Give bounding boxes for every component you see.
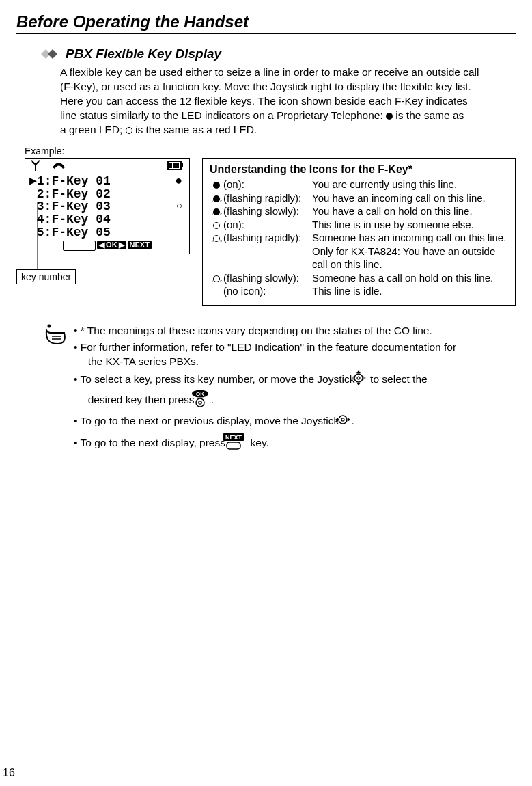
list-item: • To go to the next display, press NEXT … [74,433,510,455]
state-desc: Someone has an incoming call on this lin… [312,231,508,245]
figure-row: ▶1:F-Key 01● 2:F-Key 02 3:F-Key 03○ 4:F-… [16,158,516,306]
lcd-line: 2:F-Key 02 [29,188,185,201]
state-desc: You are currently using this line. [312,178,508,191]
lcd-softkey-row: . ◀ OK ▶ NEXT [29,239,185,251]
svg-text:OK: OK [196,391,204,397]
svg-marker-14 [356,383,361,385]
text: is the same as a red LED. [132,124,257,135]
svg-point-19 [196,398,204,407]
notes-block: • * The meanings of these icons vary dep… [44,323,510,456]
state-desc: call on this line. [312,258,508,271]
handset-icon [51,161,66,174]
state-desc: Only for KX-TA824: You have an outside [312,245,508,258]
svg-marker-24 [348,418,350,422]
example-label: Example: [25,146,516,157]
open-dot-flashing-icon: ꜀꜀ [210,231,223,245]
lcd-line: 4:F-Key 04 [29,213,185,226]
text: (F-Key), or used as a function key. Move… [60,81,471,92]
text: A flexible key can be used either to sei… [60,66,479,78]
filled-dot-icon [386,113,393,120]
filled-dot-icon [210,178,223,191]
note-list: • * The meanings of these icons vary dep… [74,323,510,456]
list-item: • To select a key, press its key number,… [74,370,510,411]
state-desc: You have a call on hold on this line. [312,204,508,218]
section-title: PBX Flexible Key Display [66,46,221,62]
lcd-line: ▶1:F-Key 01● [29,175,185,188]
list-item: • To go to the next or previous display,… [74,412,510,431]
state-label: (flashing rapidly): [223,191,312,205]
svg-rect-6 [176,163,179,168]
open-dot-icon: ○ [176,202,182,213]
ok-button-icon: OK [199,390,210,411]
svg-point-8 [48,324,51,327]
icon-legend-row: (no icon): This line is idle. [210,284,508,298]
list-item: • * The meanings of these icons vary dep… [74,323,510,338]
svg-point-12 [357,377,360,379]
text: line status similarly to the LED indicat… [60,109,386,121]
understanding-title: Understanding the Icons for the F-Key* [210,163,508,177]
icon-legend-row: ꜀꜀ (flashing rapidly): Someone has an in… [210,231,508,245]
joystick-vertical-icon [359,370,366,390]
lcd-line: 3:F-Key 03○ [29,200,185,213]
list-item: • For further information, refer to "LED… [74,340,510,369]
softkey-ok: ◀ OK ▶ [97,241,126,249]
section-bullet-icon [41,49,60,59]
lcd-column: ▶1:F-Key 01● 2:F-Key 02 3:F-Key 03○ 4:F-… [16,158,199,284]
svg-marker-23 [335,418,338,422]
svg-text:NEXT: NEXT [225,434,242,441]
svg-rect-3 [181,163,183,167]
icon-legend-row: Only for KX-TA824: You have an outside [210,245,508,258]
state-label: (on): [223,178,312,191]
text: Here you can access the 12 flexible keys… [60,95,468,107]
state-label: (flashing rapidly): [223,231,312,245]
open-dot-flashing-icon: ꜀꜀ [210,271,223,285]
filled-dot-icon: ● [175,175,182,188]
state-desc: You have an incoming call on this line. [312,191,508,205]
icon-legend-row: (on): This line is in use by someone els… [210,218,508,232]
filled-dot-flashing-icon: ꜀꜀ [210,191,223,205]
key-number-label: key number [16,269,76,284]
chapter-title: Before Operating the Handset [16,12,516,34]
svg-point-21 [339,416,347,424]
svg-rect-5 [173,163,176,168]
intro-paragraph: A flexible key can be used either to sei… [60,66,510,137]
softkey-blank: . [63,241,96,251]
svg-marker-16 [363,376,366,380]
text: is the same as [393,109,464,121]
section-header: PBX Flexible Key Display [41,46,516,62]
note-icon [44,323,74,456]
leader-line-icon [37,202,51,269]
open-dot-icon [210,218,223,232]
icon-legend-row: (on): You are currently using this line. [210,178,508,191]
next-button-icon: NEXT [229,433,246,455]
svg-point-11 [354,374,363,382]
open-dot-icon [126,127,132,134]
state-label: (flashing slowly): [223,204,312,218]
softkey-next: NEXT [128,241,152,249]
battery-icon [167,161,184,174]
state-label: (no icon): [223,284,312,298]
icon-legend-row: ꜀꜀ (flashing rapidly): You have an incom… [210,191,508,205]
svg-point-22 [341,418,344,421]
icon-legend-row: ꜀꜀ (flashing slowly): You have a call on… [210,204,508,218]
understanding-box: Understanding the Icons for the F-Key* (… [202,158,516,306]
state-label: (on): [223,218,312,232]
svg-point-20 [199,401,201,403]
state-desc: Someone has a call on hold on this line. [312,271,508,285]
state-desc: This line is in use by someone else. [312,218,508,232]
svg-marker-13 [356,370,361,373]
svg-rect-27 [227,442,240,449]
joystick-horizontal-icon [344,412,350,431]
state-label: (flashing slowly): [223,271,312,285]
icon-legend-row: call on this line. [210,258,508,271]
lcd-status-bar [29,161,185,175]
svg-marker-1 [48,49,57,59]
svg-rect-4 [169,163,172,168]
page-number: 16 [3,767,15,779]
svg-marker-15 [351,376,354,380]
state-desc: This line is idle. [312,284,508,298]
filled-dot-flashing-icon: ꜀꜀ [210,204,223,218]
antenna-icon [31,160,40,174]
page: Before Operating the Handset PBX Flexibl… [0,0,532,785]
text: a green LED; [60,124,126,135]
